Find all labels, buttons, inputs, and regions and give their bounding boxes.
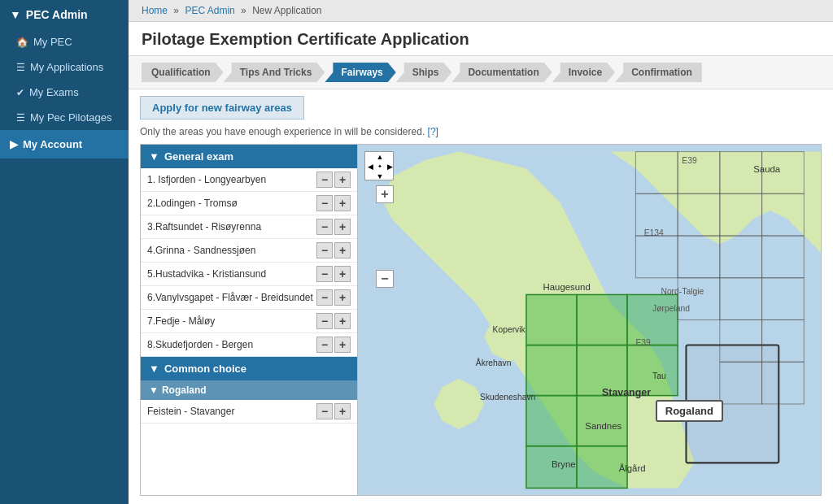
fairway-item-4: 4.Grinna - Sandnessjøen − + bbox=[141, 239, 357, 263]
breadcrumb-current: New Application bbox=[252, 5, 321, 16]
sidebar-title[interactable]: ▼ PEC Admin bbox=[0, 0, 129, 29]
fairway-item-7: 7.Fedje - Måløy − + bbox=[141, 310, 357, 333]
plus-btn-feistein[interactable]: + bbox=[334, 403, 351, 419]
minus-btn-4[interactable]: − bbox=[316, 242, 333, 259]
home-icon: 🏠 bbox=[16, 37, 28, 48]
step-confirmation[interactable]: Confirmation bbox=[615, 63, 702, 82]
svg-text:E39: E39 bbox=[682, 156, 697, 165]
step-fairways[interactable]: Fairways bbox=[325, 63, 395, 82]
nav-down-arrow[interactable]: ▼ bbox=[377, 172, 384, 180]
svg-rect-5 bbox=[526, 345, 577, 396]
breadcrumb: Home » PEC Admin » New Application bbox=[129, 0, 833, 22]
plus-btn-2[interactable]: + bbox=[334, 195, 351, 211]
svg-text:Stavanger: Stavanger bbox=[602, 387, 651, 398]
map-nav-box: ▲ ◀ ✦ ▶ ▼ bbox=[364, 151, 394, 180]
section-header: Apply for new fairway areas bbox=[140, 96, 304, 119]
minus-btn-3[interactable]: − bbox=[316, 219, 333, 235]
plus-btn-8[interactable]: + bbox=[334, 337, 351, 353]
fairway-item-6: 6.Vanylvsgapet - Flåvær - Breidsundet − … bbox=[141, 286, 357, 310]
fairway-item-2: 2.Lodingen - Tromsø − + bbox=[141, 192, 357, 215]
svg-text:Sauda: Sauda bbox=[753, 164, 781, 174]
two-column-layout: ▼ General exam 1. Isfjorden - Longyearby… bbox=[140, 144, 822, 496]
sidebar-arrow-icon: ▼ bbox=[10, 8, 21, 21]
general-exam-header: ▼ General exam bbox=[141, 145, 357, 168]
pilotages-icon: ☰ bbox=[16, 112, 25, 124]
plus-btn-1[interactable]: + bbox=[334, 172, 351, 188]
svg-text:Sandnes: Sandnes bbox=[585, 421, 621, 431]
sidebar-item-my-account[interactable]: ▶ My Account bbox=[0, 130, 129, 159]
left-panel: ▼ General exam 1. Isfjorden - Longyearby… bbox=[140, 144, 358, 496]
map-panel: ▲ ◀ ✦ ▶ ▼ + − bbox=[358, 144, 822, 496]
plus-btn-6[interactable]: + bbox=[334, 289, 351, 306]
zoom-out-button[interactable]: − bbox=[376, 270, 394, 288]
step-documentation[interactable]: Documentation bbox=[451, 63, 552, 82]
step-tips-tricks[interactable]: Tips And Tricks bbox=[224, 63, 325, 82]
svg-text:Kopervik: Kopervik bbox=[493, 325, 526, 334]
rogaland-collapse-icon: ▼ bbox=[149, 385, 159, 396]
svg-text:Bryne: Bryne bbox=[552, 459, 576, 469]
list-icon: ☰ bbox=[16, 62, 25, 73]
nav-right-arrow[interactable]: ▶ bbox=[387, 163, 393, 171]
sidebar-item-my-applications[interactable]: ☰ My Applications bbox=[0, 54, 129, 80]
breadcrumb-pec-admin[interactable]: PEC Admin bbox=[185, 5, 234, 16]
zoom-in-button[interactable]: + bbox=[376, 185, 394, 203]
svg-text:Jørpeland: Jørpeland bbox=[652, 304, 690, 313]
rogaland-subgroup-header: ▼ Rogaland bbox=[141, 380, 357, 400]
fairway-item-3: 3.Raftsundet - Risøyrenna − + bbox=[141, 215, 357, 239]
svg-rect-7 bbox=[526, 396, 577, 446]
plus-btn-4[interactable]: + bbox=[334, 242, 351, 259]
nav-center: ✦ bbox=[377, 163, 382, 170]
steps-navigation: Qualification Tips And Tricks Fairways S… bbox=[129, 56, 833, 89]
hint-text: Only the areas you have enough experienc… bbox=[129, 119, 833, 144]
svg-text:Nord-Talgie: Nord-Talgie bbox=[661, 287, 704, 296]
common-collapse-icon: ▼ bbox=[149, 363, 159, 375]
fairway-item-5: 5.Hustadvika - Kristiansund − + bbox=[141, 263, 357, 286]
map-tooltip: Rogaland bbox=[656, 400, 723, 422]
svg-text:Haugesund: Haugesund bbox=[543, 282, 591, 292]
plus-btn-3[interactable]: + bbox=[334, 219, 351, 235]
nav-up-arrow[interactable]: ▲ bbox=[377, 153, 384, 161]
fairway-item-8: 8.Skudefjorden - Bergen − + bbox=[141, 333, 357, 357]
breadcrumb-home[interactable]: Home bbox=[142, 5, 168, 16]
hint-link[interactable]: [?] bbox=[428, 126, 438, 137]
minus-btn-feistein[interactable]: − bbox=[316, 403, 333, 419]
step-ships[interactable]: Ships bbox=[396, 63, 452, 82]
map-svg: Sauda Haugesund Kopervik Åkrehavn Skuden… bbox=[358, 145, 821, 495]
svg-text:Åkrehavn: Åkrehavn bbox=[476, 358, 512, 367]
sidebar: ▼ PEC Admin 🏠 My PEC ☰ My Applications ✔… bbox=[0, 0, 129, 504]
fairway-item-feistein: Feistein - Stavanger − + bbox=[141, 400, 357, 424]
account-arrow-icon: ▶ bbox=[10, 138, 18, 150]
minus-btn-1[interactable]: − bbox=[316, 172, 333, 188]
group-collapse-icon: ▼ bbox=[149, 150, 159, 163]
sidebar-item-my-exams[interactable]: ✔ My Exams bbox=[0, 80, 129, 105]
svg-text:Skudeneshavn: Skudeneshavn bbox=[480, 393, 536, 402]
svg-text:Tau: Tau bbox=[652, 371, 666, 380]
plus-btn-5[interactable]: + bbox=[334, 266, 351, 282]
map-controls: ▲ ◀ ✦ ▶ ▼ + − bbox=[364, 151, 394, 288]
svg-rect-11 bbox=[577, 294, 627, 345]
minus-btn-8[interactable]: − bbox=[316, 337, 333, 353]
minus-btn-5[interactable]: − bbox=[316, 266, 333, 282]
check-icon: ✔ bbox=[16, 87, 24, 98]
nav-left-arrow[interactable]: ◀ bbox=[368, 163, 373, 171]
plus-btn-7[interactable]: + bbox=[334, 313, 351, 329]
step-invoice[interactable]: Invoice bbox=[552, 63, 615, 82]
svg-text:E134: E134 bbox=[644, 228, 664, 237]
content-area: Apply for new fairway areas Only the are… bbox=[129, 89, 833, 504]
step-qualification[interactable]: Qualification bbox=[142, 63, 224, 82]
fairway-item-1: 1. Isfjorden - Longyearbyen − + bbox=[141, 168, 357, 192]
svg-rect-10 bbox=[526, 294, 577, 345]
svg-text:Ålgård: Ålgård bbox=[619, 463, 646, 473]
minus-btn-7[interactable]: − bbox=[316, 313, 333, 329]
svg-rect-12 bbox=[627, 294, 678, 345]
sidebar-item-my-pec-pilotages[interactable]: ☰ My Pec Pilotages bbox=[0, 105, 129, 130]
main-content: Home » PEC Admin » New Application Pilot… bbox=[129, 0, 833, 504]
sidebar-item-my-pec[interactable]: 🏠 My PEC bbox=[0, 29, 129, 54]
svg-text:E39: E39 bbox=[635, 338, 651, 347]
page-title: Pilotage Exemption Certificate Applicati… bbox=[129, 22, 833, 56]
minus-btn-2[interactable]: − bbox=[316, 195, 333, 211]
minus-btn-6[interactable]: − bbox=[316, 289, 333, 306]
common-choice-header: ▼ Common choice bbox=[141, 357, 357, 380]
